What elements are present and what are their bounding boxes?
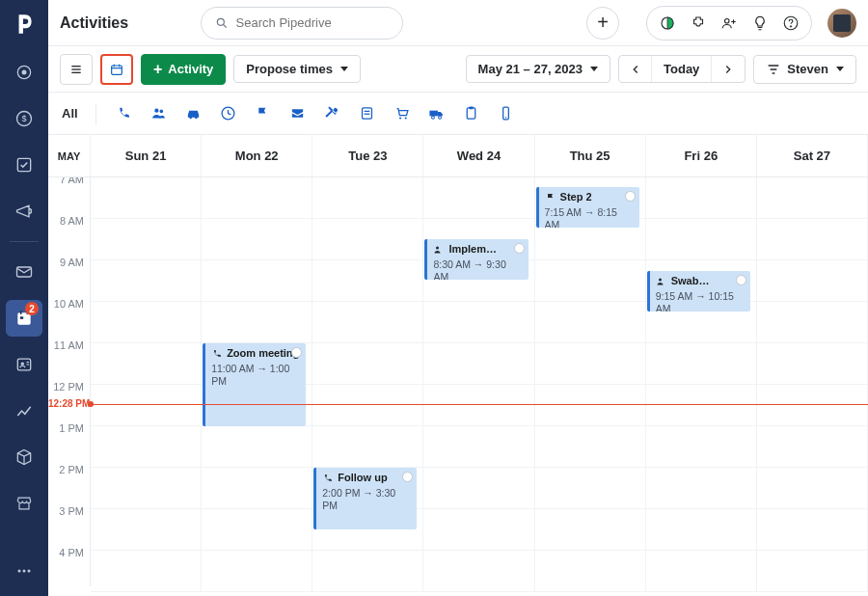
calendar-cell[interactable] [757,385,868,426]
day-header-thu[interactable]: Thu 25 [535,135,646,176]
calendar-cell[interactable] [312,219,423,260]
today-button[interactable]: Today [652,56,712,82]
calendar-cell[interactable] [91,219,202,260]
filter-lunch-icon[interactable] [322,103,343,124]
sidebar-item-projects[interactable] [6,147,42,183]
calendar-cell[interactable] [91,426,202,468]
calendar-cell[interactable] [535,468,646,509]
calendar-cell[interactable] [646,509,757,551]
calendar-cell[interactable] [202,509,312,551]
day-header-wed[interactable]: Wed 24 [423,135,534,176]
calendar-cell[interactable] [312,302,423,343]
calendar-cell[interactable] [535,426,646,468]
sidebar-item-deals[interactable]: $ [6,100,42,137]
filter-task-icon[interactable] [357,103,378,124]
next-week-button[interactable] [712,56,745,82]
calendar-cell[interactable] [312,343,423,385]
calendar-cell[interactable] [423,468,534,509]
calendar-cell[interactable] [646,343,757,385]
sidebar-item-products[interactable] [6,439,42,475]
calendar-view-button[interactable] [100,54,133,85]
app-logo[interactable] [12,8,37,41]
theme-icon[interactable] [657,13,678,34]
calendar-cell[interactable] [312,177,423,219]
sidebar-item-insights[interactable] [6,393,42,429]
calendar-cell[interactable] [757,260,868,302]
calendar-cell[interactable] [91,177,202,219]
calendar-cell[interactable] [312,385,423,426]
calendar-cell[interactable] [423,551,534,592]
prev-week-button[interactable] [619,56,652,82]
event-done-checkbox[interactable] [625,191,636,202]
day-header-mon[interactable]: Mon 22 [202,135,312,176]
filter-deadline-icon[interactable] [218,103,239,124]
calendar-cell[interactable] [423,343,534,385]
calendar-cell[interactable] [312,260,423,302]
extension-icon[interactable] [688,13,709,34]
invite-icon[interactable] [719,13,740,34]
calendar-cell[interactable] [757,177,868,219]
sidebar-item-contacts[interactable] [6,346,42,383]
calendar-cell[interactable] [646,385,757,426]
calendar-cell[interactable] [202,426,312,468]
day-header-tue[interactable]: Tue 23 [312,135,423,176]
calendar-cell[interactable] [757,551,868,592]
filter-flag-icon[interactable] [253,103,274,124]
global-search[interactable] [201,7,403,40]
filter-email-icon[interactable] [287,103,309,124]
calendar-body[interactable]: 7 AM8 AM9 AM10 AM11 AM12 PM1 PM2 PM3 PM4… [48,177,868,596]
sidebar-more[interactable] [6,559,42,596]
sidebar-item-activities[interactable]: 2 [6,300,42,337]
calendar-cell[interactable] [91,302,202,343]
filter-cart-icon[interactable] [392,103,413,124]
add-button[interactable]: + [586,7,619,40]
filter-meeting-icon[interactable] [149,103,170,124]
sidebar-item-mail[interactable] [6,254,42,290]
calendar-cell[interactable] [202,468,312,509]
event-zoom-meeting[interactable]: Zoom meeting 11:00 AM → 1:00 PM [203,343,306,426]
filter-car-icon[interactable] [183,103,204,124]
event-done-checkbox[interactable] [514,243,525,254]
calendar-cell[interactable] [757,302,868,343]
calendar-cell[interactable] [91,385,202,426]
calendar-cell[interactable] [535,551,646,592]
event-follow-up[interactable]: Follow up 2:00 PM → 3:30 PM [313,468,417,529]
calendar-cell[interactable] [646,219,757,260]
calendar-cell[interactable] [646,551,757,592]
event-done-checkbox[interactable] [291,347,302,358]
calendar-cell[interactable] [535,260,646,302]
event-swab[interactable]: Swab… 9:15 AM → 10:15 AM [647,271,750,312]
calendar-cell[interactable] [312,426,423,468]
list-view-button[interactable] [60,54,93,85]
filter-clipboard-icon[interactable] [461,103,482,124]
sidebar-item-campaigns[interactable] [6,193,42,230]
sidebar-item-marketplace[interactable] [6,485,42,522]
calendar-cell[interactable] [202,551,312,592]
calendar-cell[interactable] [757,219,868,260]
calendar-cell[interactable] [91,509,202,551]
calendar-cell[interactable] [646,426,757,468]
day-header-sun[interactable]: Sun 21 [91,135,202,176]
filter-call-icon[interactable] [114,103,135,124]
calendar-cell[interactable] [535,302,646,343]
add-activity-button[interactable]: +Activity [141,54,226,85]
calendar-cell[interactable] [202,302,312,343]
calendar-cell[interactable] [423,385,534,426]
calendar-cell[interactable] [757,509,868,551]
calendar-cell[interactable] [202,219,312,260]
calendar-cell[interactable] [757,468,868,509]
user-avatar[interactable] [827,9,856,38]
propose-times-button[interactable]: Propose times [233,55,361,83]
event-implementation[interactable]: Implem… 8:30 AM → 9:30 AM [424,239,528,280]
day-header-fri[interactable]: Fri 26 [646,135,757,176]
calendar-cell[interactable] [91,343,202,385]
filter-phone-icon[interactable] [496,103,517,124]
calendar-cell[interactable] [757,426,868,468]
calendar-cell[interactable] [202,260,312,302]
event-step2[interactable]: Step 2 7:15 AM → 8:15 AM [536,187,639,228]
calendar-cell[interactable] [423,426,534,468]
filter-all[interactable]: All [62,106,78,121]
calendar-cell[interactable] [91,468,202,509]
calendar-cell[interactable] [757,343,868,385]
calendar-cell[interactable] [646,468,757,509]
